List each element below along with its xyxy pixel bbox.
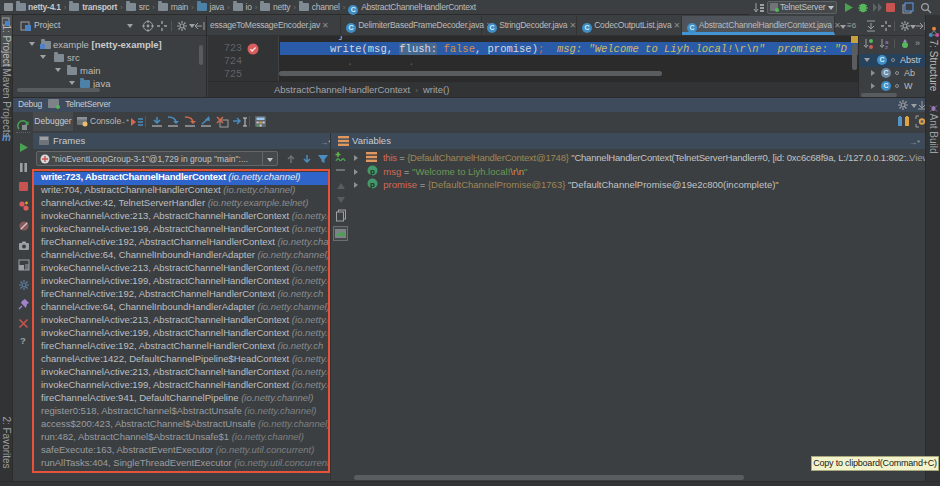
svg-text:p: p: [370, 167, 375, 176]
svg-text:p: p: [370, 180, 375, 189]
svg-text:z: z: [885, 44, 888, 50]
